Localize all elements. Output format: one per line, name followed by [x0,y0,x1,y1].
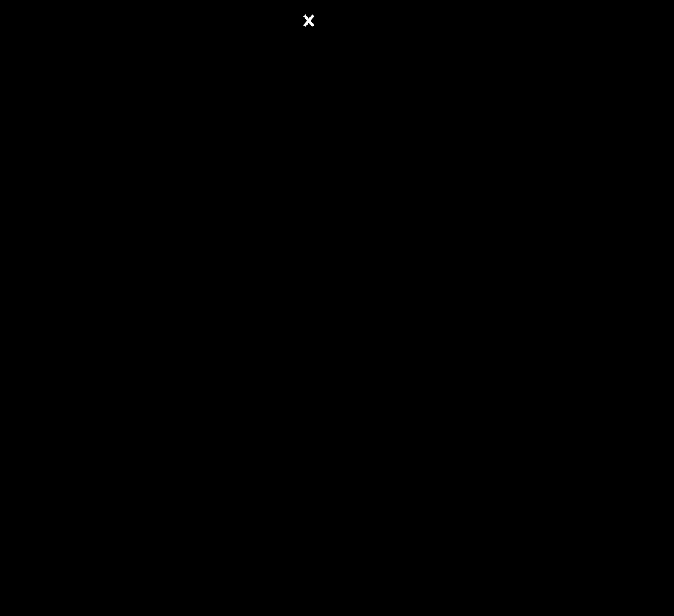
harps-status [611,5,640,75]
noaa-ars-status [543,5,571,75]
magnetogram-speckles-canvas [0,0,578,578]
north-cross-icon [303,14,315,28]
harp-tracking-plot [0,0,674,616]
header-block [5,5,33,98]
caption-block [5,596,22,616]
